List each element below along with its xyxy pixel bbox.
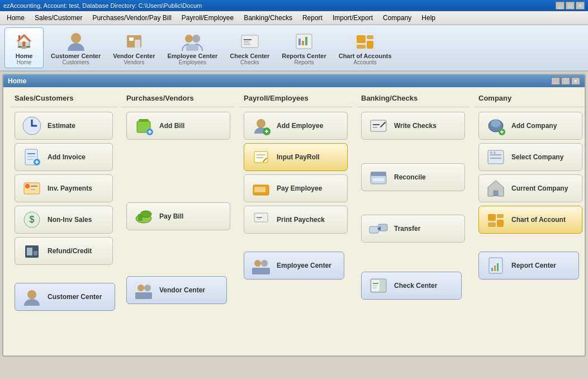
svg-point-60 <box>254 260 261 267</box>
svg-point-45 <box>144 285 151 291</box>
toolbar-customer-sub: Customers <box>62 59 89 65</box>
estimate-btn[interactable]: Estimate <box>15 112 113 140</box>
title-text: ezAccounting, Account: test, Database Di… <box>3 2 202 9</box>
report-center-btn-icon <box>485 255 507 276</box>
svg-rect-93 <box>494 266 496 271</box>
toolbar: 🏠 Home Home Customer Center Customers Ve… <box>0 25 588 72</box>
svg-rect-18 <box>367 41 373 49</box>
win-restore[interactable]: □ <box>561 77 570 85</box>
add-company-btn[interactable]: Add Company <box>478 112 582 140</box>
close-btn[interactable]: × <box>576 2 585 10</box>
write-checks-btn[interactable]: Write Checks <box>361 112 465 140</box>
transfer-btn[interactable]: Transfer <box>361 215 465 243</box>
menu-help[interactable]: Help <box>417 12 440 23</box>
toolbar-employee-label: Employee Center <box>167 53 217 59</box>
menu-sales[interactable]: Sales/Customer <box>30 12 87 23</box>
toolbar-check-center[interactable]: Check Center Checks <box>225 27 274 68</box>
add-bill-label: Add Bill <box>159 122 184 130</box>
menu-import[interactable]: Import/Export <box>328 12 377 23</box>
check-center-btn[interactable]: Check Center <box>361 272 462 300</box>
reports-center-icon <box>293 30 315 53</box>
svg-rect-86 <box>494 191 498 196</box>
toolbar-chart-accounts[interactable]: Chart of Accounts Accounts <box>334 27 397 68</box>
toolbar-reports-center[interactable]: Reports Center Reports <box>277 27 331 68</box>
toolbar-reports-sub: Reports <box>294 59 314 65</box>
section-company-header: Company <box>474 92 586 107</box>
menu-banking[interactable]: Banking/Checks <box>239 12 297 23</box>
reconcile-icon <box>367 167 390 187</box>
section-banking: Banking/Checks Write Checks Reconcile <box>354 92 472 314</box>
select-company-btn[interactable]: Select Company <box>478 143 582 171</box>
add-bill-btn[interactable]: Add Bill <box>126 112 230 140</box>
vendor-center-btn-label: Vendor Center <box>159 286 205 294</box>
employee-center-btn-label: Employee Center <box>277 262 331 269</box>
refund-credit-label: Refund/Credit <box>48 247 92 255</box>
employee-center-btn-icon <box>250 255 272 276</box>
inv-payments-btn[interactable]: Inv. Payments <box>15 174 113 202</box>
non-inv-sales-btn[interactable]: $ Non-Inv Sales <box>15 206 113 234</box>
svg-rect-7 <box>241 35 258 48</box>
home-icon: 🏠 <box>13 30 35 53</box>
refund-credit-btn[interactable]: Refund/Credit <box>15 237 113 265</box>
win-minimize[interactable]: _ <box>551 77 560 85</box>
win-close[interactable]: × <box>571 77 580 85</box>
svg-rect-69 <box>369 226 378 233</box>
section-purchases: Purchases/Vendors Add Bill Pay Bill <box>120 92 237 314</box>
estimate-label: Estimate <box>48 122 75 130</box>
section-sales: Sales/Customers Estimate Add Invoice <box>8 92 120 314</box>
menu-company[interactable]: Company <box>378 12 416 23</box>
employee-center-icon <box>181 30 203 53</box>
add-invoice-btn[interactable]: Add Invoice <box>15 143 113 171</box>
reconcile-btn[interactable]: Reconcile <box>361 163 465 191</box>
employee-center-btn[interactable]: Employee Center <box>244 252 344 279</box>
chart-of-account-label: Chart of Account <box>511 216 566 224</box>
svg-rect-63 <box>371 120 386 131</box>
estimate-icon <box>21 116 43 136</box>
current-company-btn[interactable]: Current Company <box>478 174 582 202</box>
toolbar-customer-center[interactable]: Customer Center Customers <box>46 27 106 68</box>
refund-credit-icon <box>21 241 43 261</box>
svg-rect-51 <box>254 151 268 163</box>
report-center-btn-label: Report Center <box>511 262 556 269</box>
chart-of-account-btn[interactable]: Chart of Account <box>478 206 582 234</box>
section-banking-header: Banking/Checks <box>357 92 470 107</box>
report-center-btn[interactable]: Report Center <box>478 252 579 279</box>
svg-point-43 <box>140 211 151 217</box>
non-inv-sales-icon: $ <box>21 210 43 230</box>
toolbar-home[interactable]: 🏠 Home Home <box>4 27 44 68</box>
pay-bill-btn[interactable]: Pay Bill <box>126 202 230 230</box>
svg-rect-87 <box>488 214 496 221</box>
svg-text:$: $ <box>30 215 35 224</box>
print-paycheck-label: Print Paycheck <box>277 216 325 224</box>
section-company: Company Add Company Select Company <box>472 92 586 314</box>
toolbar-vendor-center[interactable]: Vendor Center Vendors <box>108 27 160 68</box>
select-company-icon <box>485 147 507 167</box>
svg-rect-67 <box>371 172 386 176</box>
customer-center-btn-label: Customer Center <box>48 293 102 301</box>
toolbar-check-label: Check Center <box>230 53 269 59</box>
menu-purchases[interactable]: Purchases/Vendor/Pay Bill <box>88 12 176 23</box>
window-controls: _ □ × <box>551 77 580 85</box>
vendor-center-btn-icon <box>132 280 155 300</box>
menu-home[interactable]: Home <box>2 12 29 23</box>
input-payroll-btn[interactable]: Input PayRoll <box>244 143 348 171</box>
svg-point-44 <box>137 285 144 291</box>
maximize-btn[interactable]: □ <box>566 2 575 10</box>
pay-employee-btn[interactable]: Pay Employee <box>244 174 348 202</box>
menu-report[interactable]: Report <box>298 12 327 23</box>
menu-payroll[interactable]: Payroll/Employee <box>177 12 238 23</box>
customer-center-btn[interactable]: Customer Center <box>15 283 115 311</box>
toolbar-customer-label: Customer Center <box>51 53 101 59</box>
input-payroll-label: Input PayRoll <box>277 153 320 161</box>
svg-point-36 <box>27 290 36 299</box>
minimize-btn[interactable]: _ <box>556 2 565 10</box>
vendor-center-btn[interactable]: Vendor Center <box>126 276 227 304</box>
svg-rect-2 <box>129 37 134 41</box>
pay-employee-icon <box>250 178 272 198</box>
svg-rect-17 <box>367 35 373 39</box>
write-checks-icon <box>367 116 390 136</box>
print-paycheck-btn[interactable]: Print Paycheck <box>244 206 348 234</box>
toolbar-home-sub: Home <box>17 59 32 65</box>
add-employee-btn[interactable]: Add Employee <box>244 112 348 140</box>
toolbar-employee-center[interactable]: Employee Center Employees <box>162 27 222 68</box>
